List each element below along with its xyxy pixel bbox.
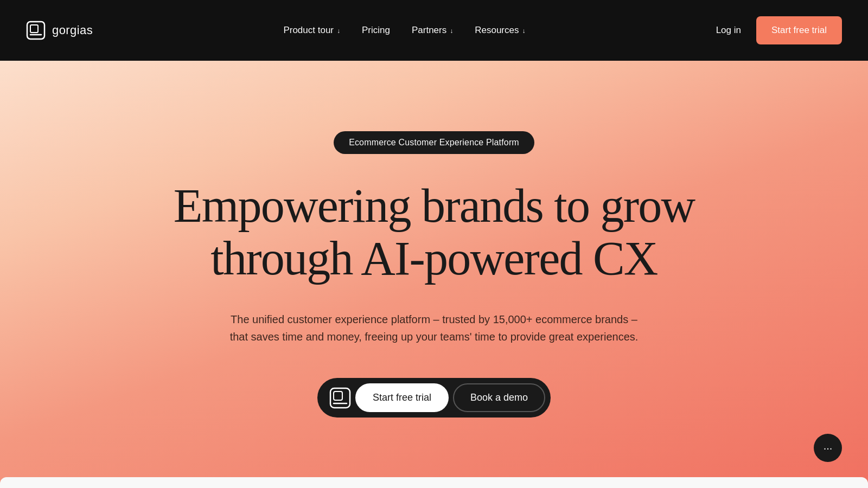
chat-icon: ··· — [824, 442, 833, 454]
gorgias-small-icon — [329, 387, 351, 409]
hero-title: Empowering brands to grow through AI-pow… — [174, 180, 694, 285]
logo-icon — [26, 21, 46, 40]
nav-resources[interactable]: Resources ↓ — [475, 25, 525, 36]
chevron-down-icon: ↓ — [337, 27, 340, 35]
nav-product-tour[interactable]: Product tour ↓ — [283, 25, 340, 36]
logo-area: gorgias — [26, 21, 93, 40]
logo-text: gorgias — [52, 23, 93, 37]
svg-rect-0 — [27, 22, 44, 39]
nav-pricing[interactable]: Pricing — [362, 25, 390, 36]
nav-partners[interactable]: Partners ↓ — [412, 25, 453, 36]
hero-subtitle: The unified customer experience platform… — [228, 311, 640, 345]
nav-start-trial-button[interactable]: Start free trial — [756, 16, 842, 44]
login-link[interactable]: Log in — [716, 25, 741, 36]
chat-bubble-button[interactable]: ··· — [814, 434, 842, 462]
hero-cta-group: Start free trial Book a demo — [317, 378, 551, 418]
chevron-down-icon: ↓ — [522, 27, 525, 35]
hero-start-trial-button[interactable]: Start free trial — [355, 383, 449, 412]
hero-section: Ecommerce Customer Experience Platform E… — [0, 0, 868, 488]
navbar-right: Log in Start free trial — [716, 16, 842, 44]
hero-badge: Ecommerce Customer Experience Platform — [334, 131, 534, 154]
svg-rect-4 — [334, 391, 342, 400]
navbar: gorgias Product tour ↓ Pricing Partners … — [0, 0, 868, 61]
bottom-bar — [0, 477, 868, 488]
svg-rect-1 — [30, 25, 38, 33]
hero-book-demo-button[interactable]: Book a demo — [453, 383, 545, 412]
nav-links: Product tour ↓ Pricing Partners ↓ Resour… — [283, 25, 525, 36]
chevron-down-icon: ↓ — [450, 27, 453, 35]
